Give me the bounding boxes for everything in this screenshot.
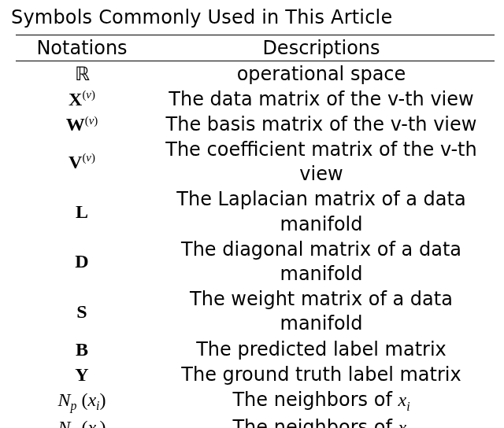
table-body: ℝoperational spaceX(v)The data matrix of… — [16, 61, 495, 429]
table-row: BThe predicted label matrix — [16, 337, 495, 362]
description: The neighbors of xi — [232, 389, 410, 411]
notation: Y — [75, 364, 88, 385]
description-cell: The predicted label matrix — [148, 337, 495, 362]
description-cell: The neighbors of xi — [148, 387, 495, 415]
notation-cell: Np (xj) — [16, 415, 148, 428]
notation-cell: X(v) — [16, 87, 148, 112]
table-row: V(v)The coefficient matrix of the v-th v… — [16, 138, 495, 187]
description-cell: The diagonal matrix of a data manifold — [148, 237, 495, 286]
description-cell: The neighbors of xj — [148, 415, 495, 428]
notation-cell: S — [16, 287, 148, 337]
notation: S — [76, 301, 87, 322]
notation-cell: L — [16, 187, 148, 237]
description-cell: operational space — [148, 61, 495, 87]
description: The data matrix of the v-th view — [169, 88, 473, 110]
notation: Np (xj) — [58, 417, 106, 428]
header-descriptions: Descriptions — [148, 35, 495, 61]
table-row: SThe weight matrix of a data manifold — [16, 287, 495, 337]
table-title: Symbols Commonly Used in This Article — [11, 6, 491, 28]
table-row: Np (xi)The neighbors of xi — [16, 387, 495, 415]
notation: D — [75, 251, 88, 271]
notation: B — [76, 339, 88, 360]
description: The neighbors of xj — [232, 416, 410, 428]
notation: V(v) — [69, 152, 95, 172]
description: The Laplacian matrix of a data manifold — [176, 188, 465, 234]
header-row: Notations Descriptions — [16, 35, 495, 61]
notation-cell: D — [16, 237, 148, 286]
table-row: DThe diagonal matrix of a data manifold — [16, 237, 495, 286]
notation: W(v) — [66, 114, 98, 135]
description: The coefficient matrix of the v-th view — [165, 138, 476, 185]
notation-cell: B — [16, 337, 148, 362]
notation-cell: Np (xi) — [16, 387, 148, 415]
table-row: W(v)The basis matrix of the v-th view — [16, 112, 495, 137]
description-cell: The basis matrix of the v-th view — [148, 112, 495, 137]
description: The ground truth label matrix — [181, 363, 461, 386]
description: operational space — [237, 63, 406, 85]
table-row: Np (xj)The neighbors of xj — [16, 415, 495, 428]
notation: ℝ — [75, 64, 90, 84]
description: The diagonal matrix of a data manifold — [181, 238, 461, 285]
description-cell: The weight matrix of a data manifold — [148, 287, 495, 337]
header-notations: Notations — [16, 35, 148, 61]
description-cell: The coefficient matrix of the v-th view — [148, 138, 495, 187]
notation: X(v) — [69, 89, 95, 109]
table-row: YThe ground truth label matrix — [16, 362, 495, 387]
notation-cell: Y — [16, 362, 148, 387]
table-row: LThe Laplacian matrix of a data manifold — [16, 187, 495, 237]
notation-cell: ℝ — [16, 61, 148, 87]
description: The weight matrix of a data manifold — [190, 288, 453, 334]
description-cell: The ground truth label matrix — [148, 362, 495, 387]
notation-cell: W(v) — [16, 112, 148, 137]
page: Symbols Commonly Used in This Article No… — [0, 0, 504, 428]
description: The predicted label matrix — [196, 338, 447, 360]
table-row: ℝoperational space — [16, 61, 495, 87]
description-cell: The Laplacian matrix of a data manifold — [148, 187, 495, 237]
description-cell: The data matrix of the v-th view — [148, 87, 495, 112]
notation-cell: V(v) — [16, 138, 148, 187]
symbols-table: Notations Descriptions ℝoperational spac… — [16, 35, 495, 428]
notation: Np (xi) — [58, 389, 106, 410]
notation: L — [76, 201, 88, 222]
description: The basis matrix of the v-th view — [166, 113, 477, 135]
table-row: X(v)The data matrix of the v-th view — [16, 87, 495, 112]
